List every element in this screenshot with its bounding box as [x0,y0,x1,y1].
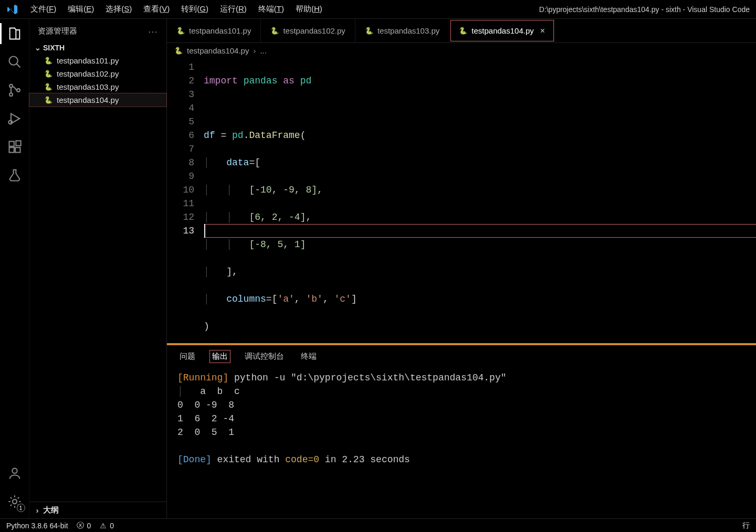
main-area: 1 资源管理器 ··· ⌄ SIXTH 🐍testpandas101.py 🐍t… [0,19,756,518]
python-file-icon: 🐍 [174,47,183,55]
editor-tab[interactable]: 🐍testpandas103.py [355,19,449,42]
panel-tabs: 问题 输出 调试控制台 终端 [167,345,756,367]
menu-view[interactable]: 查看(V) [138,2,175,16]
svg-rect-7 [15,147,20,152]
code-content[interactable]: import pandas as pd df = pd.DataFrame( │… [204,58,756,343]
warning-icon: ⚠ [98,521,108,530]
file-item[interactable]: 🐍testpandas101.py [29,54,166,67]
folder-name: SIXTH [43,44,65,52]
folder-root[interactable]: ⌄ SIXTH [29,41,166,54]
python-file-icon: 🐍 [365,27,373,35]
svg-point-9 [12,469,17,473]
python-file-icon: 🐍 [44,83,52,91]
window-title: D:\pyprojects\sixth\testpandas104.py - s… [539,5,756,14]
chevron-down-icon: ⌄ [35,44,40,52]
vscode-logo-icon [6,3,19,16]
activity-search-icon[interactable] [5,52,24,71]
svg-point-2 [9,93,13,96]
python-file-icon: 🐍 [459,27,467,35]
panel-tab-problems[interactable]: 问题 [177,350,197,363]
breadcrumb-file: testpandas104.py [187,46,249,55]
error-icon: ⓧ [76,521,85,530]
outline-section[interactable]: › 大纲 [29,502,166,518]
editor-area: 🐍testpandas101.py 🐍testpandas102.py 🐍tes… [167,19,756,518]
activity-explorer-icon[interactable] [5,24,24,43]
tab-label: testpandas101.py [189,26,251,35]
menu-bar: 文件(F) 编辑(E) 选择(S) 查看(V) 转到(G) 运行(R) 终端(T… [25,2,328,16]
panel-tab-output[interactable]: 输出 [210,350,230,363]
tab-label: testpandas103.py [377,26,439,35]
menu-edit[interactable]: 编辑(E) [62,2,99,16]
breadcrumb[interactable]: 🐍 testpandas104.py › ... [167,43,756,58]
menu-run[interactable]: 运行(R) [215,2,252,16]
menu-go[interactable]: 转到(G) [176,2,214,16]
activity-settings-icon[interactable]: 1 [5,492,24,511]
chevron-right-icon: › [253,46,256,55]
editor-tab[interactable]: 🐍testpandas101.py [167,19,261,42]
sidebar-title: 资源管理器 [38,26,77,36]
file-name: testpandas104.py [57,95,119,104]
menu-file[interactable]: 文件(F) [25,2,61,16]
bottom-panel: 问题 输出 调试控制台 终端 [Running] python -u "d:\p… [167,345,756,518]
panel-tab-debug[interactable]: 调试控制台 [243,350,286,363]
status-errors[interactable]: ⓧ0 [76,521,91,530]
activity-extensions-icon[interactable] [5,137,24,156]
activity-bar: 1 [0,19,29,518]
svg-point-10 [12,499,16,504]
editor-tab[interactable]: 🐍testpandas102.py [261,19,355,42]
current-line-highlight [204,224,756,238]
svg-rect-5 [9,142,14,146]
status-python[interactable]: Python 3.8.6 64-bit [6,522,68,530]
code-editor[interactable]: 12345678910111213 import pandas as pd df… [167,58,756,343]
activity-account-icon[interactable] [5,464,24,483]
svg-point-4 [8,121,12,124]
sidebar: 资源管理器 ··· ⌄ SIXTH 🐍testpandas101.py 🐍tes… [29,19,167,518]
output-content[interactable]: [Running] python -u "d:\pyprojects\sixth… [167,367,756,518]
tab-label: testpandas102.py [283,26,345,35]
python-file-icon: 🐍 [44,70,52,78]
editor-tab-active[interactable]: 🐍testpandas104.py× [449,19,555,42]
python-file-icon: 🐍 [176,27,185,35]
outline-label: 大纲 [43,505,59,515]
tab-close-icon[interactable]: × [540,26,545,36]
file-name: testpandas102.py [57,69,119,78]
svg-point-1 [9,84,13,88]
python-file-icon: 🐍 [44,96,52,104]
svg-point-3 [17,89,20,92]
file-item[interactable]: 🐍testpandas102.py [29,67,166,80]
python-file-icon: 🐍 [44,57,52,65]
sidebar-more-icon[interactable]: ··· [148,27,158,36]
chevron-right-icon: › [35,506,40,515]
python-file-icon: 🐍 [270,27,279,35]
svg-rect-6 [9,147,14,152]
menu-help[interactable]: 帮助(H) [290,2,328,16]
file-item-selected[interactable]: 🐍testpandas104.py [29,93,166,107]
file-name: testpandas101.py [57,56,119,65]
sidebar-header: 资源管理器 ··· [29,19,166,41]
editor-tabs: 🐍testpandas101.py 🐍testpandas102.py 🐍tes… [167,19,756,43]
file-name: testpandas103.py [57,82,119,91]
tab-label: testpandas104.py [471,26,533,35]
file-item[interactable]: 🐍testpandas103.py [29,80,166,93]
breadcrumb-rest: ... [260,46,267,55]
menu-terminal[interactable]: 终端(T) [253,2,289,16]
status-bar: Python 3.8.6 64-bit ⓧ0 ⚠0 行 [0,518,756,532]
status-line-col[interactable]: 行 [742,521,750,530]
activity-debug-icon[interactable] [5,109,24,128]
menu-select[interactable]: 选择(S) [100,2,137,16]
activity-scm-icon[interactable] [5,81,24,100]
status-warnings[interactable]: ⚠0 [98,521,114,530]
activity-testing-icon[interactable] [5,166,24,185]
svg-rect-8 [16,141,20,145]
svg-point-0 [9,57,17,65]
title-bar: 文件(F) 编辑(E) 选择(S) 查看(V) 转到(G) 运行(R) 终端(T… [0,0,756,19]
panel-tab-terminal[interactable]: 终端 [299,350,319,363]
line-gutter: 12345678910111213 [167,58,204,343]
text-cursor [204,224,205,238]
